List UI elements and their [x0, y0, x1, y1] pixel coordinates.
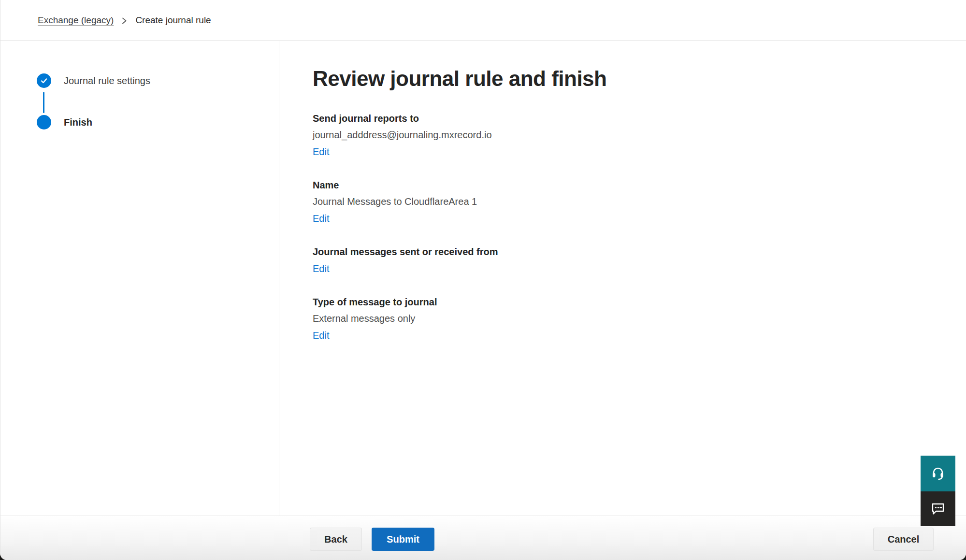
cancel-button[interactable]: Cancel [873, 528, 934, 551]
section-value: journal_adddress@journaling.mxrecord.io [313, 129, 908, 141]
review-content: Review journal rule and finish Send jour… [313, 41, 908, 341]
wizard-step-finish[interactable]: Finish [37, 115, 92, 129]
breadcrumb-parent-link[interactable]: Exchange (legacy) [38, 15, 114, 26]
submit-button[interactable]: Submit [372, 528, 434, 551]
section-value: Journal Messages to CloudflareArea 1 [313, 196, 908, 207]
section-value: External messages only [313, 313, 908, 324]
step-current-dot-icon [37, 115, 51, 129]
section-label: Name [313, 180, 908, 191]
feedback-button[interactable] [921, 491, 955, 526]
edit-message-type-link[interactable]: Edit [313, 330, 329, 341]
breadcrumb: Exchange (legacy) Create journal rule [0, 0, 966, 41]
app-window: Exchange (legacy) Create journal rule Jo… [0, 0, 966, 560]
page-title: Review journal rule and finish [313, 67, 908, 91]
step-label: Finish [64, 117, 92, 128]
step-completed-check-icon [37, 73, 51, 88]
section-label: Send journal reports to [313, 113, 908, 124]
edit-name-link[interactable]: Edit [313, 213, 329, 224]
headset-icon [930, 465, 946, 483]
breadcrumb-current-page: Create journal rule [135, 15, 211, 26]
review-section-sent-received-from: Journal messages sent or received from E… [313, 246, 908, 274]
feedback-chat-icon [929, 500, 947, 518]
section-label: Type of message to journal [313, 297, 908, 308]
help-button[interactable] [921, 456, 955, 491]
review-section-message-type: Type of message to journal External mess… [313, 297, 908, 341]
step-label: Journal rule settings [64, 75, 150, 86]
edit-send-reports-link[interactable]: Edit [313, 146, 329, 158]
breadcrumb-chevron-icon [121, 16, 128, 26]
edit-sent-received-link[interactable]: Edit [313, 263, 329, 274]
review-section-send-reports: Send journal reports to journal_adddress… [313, 113, 908, 158]
wizard-step-journal-rule-settings[interactable]: Journal rule settings [37, 73, 150, 88]
back-button[interactable]: Back [310, 528, 362, 551]
footer-action-bar: Back Submit Cancel [0, 516, 966, 560]
section-label: Journal messages sent or received from [313, 246, 908, 258]
step-connector-line [43, 92, 44, 113]
wizard-steps-panel: Journal rule settings Finish [0, 41, 279, 516]
review-section-name: Name Journal Messages to CloudflareArea … [313, 180, 908, 224]
